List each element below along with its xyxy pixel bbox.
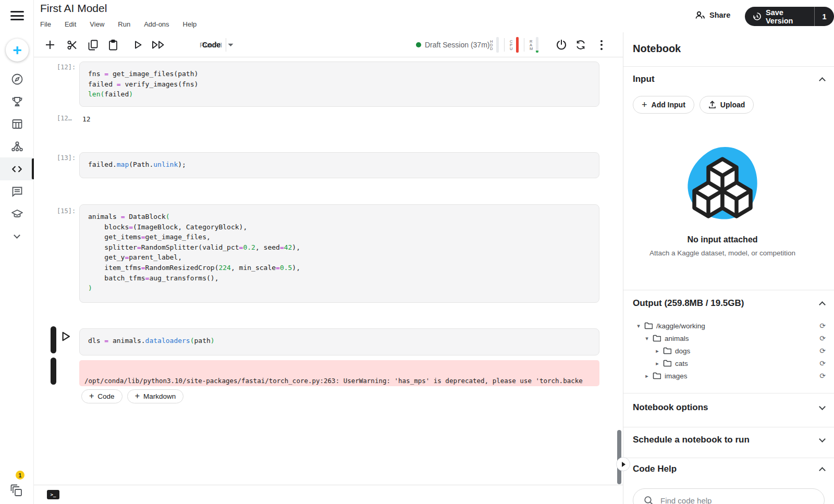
add-code-cell-button[interactable]: + Code [81,389,122,403]
tree-row-animals[interactable]: ▾animals⟳ [623,332,834,345]
copy-cell-button[interactable] [85,32,101,57]
menu-view[interactable]: View [90,20,104,28]
history-clock-icon [753,12,762,21]
code-line[interactable]: failed.map(Path.unlink); [88,159,591,170]
notebook-options-section[interactable]: Notebook options [633,402,825,413]
tree-row-dogs[interactable]: ▸dogs⟳ [623,345,834,357]
refresh-icon[interactable]: ⟳ [819,334,826,342]
tree-row-cats[interactable]: ▸cats⟳ [623,357,834,370]
code-line[interactable]: splitter=RandomSplitter(valid_pct=0.2, s… [88,242,591,253]
save-version-button[interactable]: Save Version 1 [745,7,834,26]
tree-row-images[interactable]: ▸images⟳ [623,370,834,382]
code-line[interactable]: item_tfms=RandomResizedCrop(224, min_sca… [88,263,591,273]
hdd-gauge[interactable]: HDD [490,37,499,53]
add-cell-button[interactable] [42,32,58,57]
output-exec-label: [12… [57,115,78,122]
run-all-button[interactable] [150,32,167,57]
panel-collapse-handle[interactable] [616,457,630,471]
caret-right-icon[interactable]: ▸ [654,360,661,367]
search-icon [644,496,654,504]
active-events-icon[interactable] [9,484,27,497]
refresh-icon[interactable]: ⟳ [819,347,826,355]
menu-edit[interactable]: Edit [65,20,76,28]
resource-gauges: HDD CPU RAM [490,32,538,57]
caret-right-icon[interactable]: ▸ [654,348,661,354]
sidebar-item-models[interactable] [0,135,34,158]
chevron-up-icon [819,77,826,84]
restart-session-button[interactable] [572,32,590,57]
add-markdown-label: Markdown [143,392,176,400]
sidebar-item-learn[interactable] [0,202,34,225]
create-plus-icon[interactable]: + [6,39,29,62]
schedule-section[interactable]: Schedule a notebook to run [633,435,825,445]
code-line[interactable]: get_items=get_image_files, [88,232,591,242]
caret-down-icon[interactable]: ▾ [635,323,642,329]
add-input-button[interactable]: + Add Input [633,96,694,114]
session-status[interactable]: Draft Session (37m) [416,32,489,57]
menu-run[interactable]: Run [118,20,130,28]
run-cell-button[interactable] [131,32,145,57]
divider [623,66,834,67]
version-count-badge[interactable]: 1 [815,13,834,21]
menu-file[interactable]: File [40,20,51,28]
add-code-label: Code [97,392,114,400]
upload-button[interactable]: Upload [700,96,754,114]
sidebar-item-more[interactable] [0,225,34,248]
refresh-icon[interactable]: ⟳ [819,322,826,330]
run-this-cell-button[interactable] [61,331,71,342]
sidebar-item-datasets[interactable] [0,113,34,136]
plus-icon: + [642,100,647,110]
code-line[interactable]: failed = verify_images(fns) [88,79,591,90]
cell-type-dropdown[interactable]: Code [202,32,234,57]
code-cell-13[interactable]: failed.map(Path.unlink); [79,152,599,178]
caret-right-icon[interactable]: ▸ [643,373,651,379]
more-options-button[interactable] [594,32,609,57]
kebab-icon [600,40,603,50]
cpu-gauge[interactable]: CPU [510,37,519,53]
code-line[interactable]: len(failed) [88,89,591,100]
code-cell-15[interactable]: animals = DataBlock( blocks=(ImageBlock,… [79,204,599,303]
code-cell-running[interactable]: dls = animals.dataloaders(path) [79,328,599,355]
caret-down-icon[interactable]: ▾ [643,335,651,342]
refresh-icon[interactable]: ⟳ [819,359,826,367]
bottom-status-bar: >_ [34,485,623,504]
plus-icon: + [135,391,140,401]
search-input[interactable] [660,496,806,504]
ram-label: RAM [530,40,534,51]
input-section-header[interactable]: Input [633,74,825,84]
refresh-icon[interactable]: ⟳ [819,372,826,380]
code-help-search[interactable] [633,488,825,504]
sidebar-item-competitions[interactable] [0,90,34,113]
ram-bar [536,37,538,53]
add-markdown-cell-button[interactable]: + Markdown [127,389,184,403]
code-line[interactable]: blocks=(ImageBlock, CategoryBlock), [88,222,591,232]
folder-name: /kaggle/working [656,322,705,330]
code-line[interactable]: ) [88,283,591,293]
cut-cell-button[interactable] [64,32,80,57]
trophy-icon [10,95,24,108]
sidebar-item-discussions[interactable] [0,180,34,203]
events-count-badge: 1 [16,471,24,480]
code-line[interactable]: animals = DataBlock( [88,212,591,222]
stop-session-button[interactable] [553,32,570,57]
code-help-section[interactable]: Code Help [633,464,825,474]
terminal-icon[interactable]: >_ [47,490,59,499]
code-line[interactable]: get_y=parent_label, [88,252,591,263]
ram-gauge[interactable]: RAM [530,37,538,53]
paste-cell-button[interactable] [105,32,121,57]
menu-addons[interactable]: Add-ons [144,20,169,28]
folder-name: animals [665,335,689,342]
warning-line: /opt/conda/lib/python3.10/site-packages/… [84,377,594,385]
code-line[interactable]: dls = animals.dataloaders(path) [88,336,591,346]
code-cell-12[interactable]: fns = get_image_files(path)failed = veri… [79,62,599,107]
share-button[interactable]: Share [695,10,730,20]
output-section-header[interactable]: Output (259.8MB / 19.5GB) [633,298,825,309]
sidebar-item-code[interactable] [0,157,34,180]
sidebar-item-home[interactable] [0,68,34,91]
menu-icon[interactable] [10,11,24,20]
notebook-title: First AI Model [40,2,107,15]
code-line[interactable]: batch_tfms=aug_transforms(), [88,273,591,284]
tree-row--kaggle-working[interactable]: ▾/kaggle/working⟳ [623,319,834,332]
menu-help[interactable]: Help [183,20,197,28]
code-line[interactable]: fns = get_image_files(path) [88,69,591,79]
